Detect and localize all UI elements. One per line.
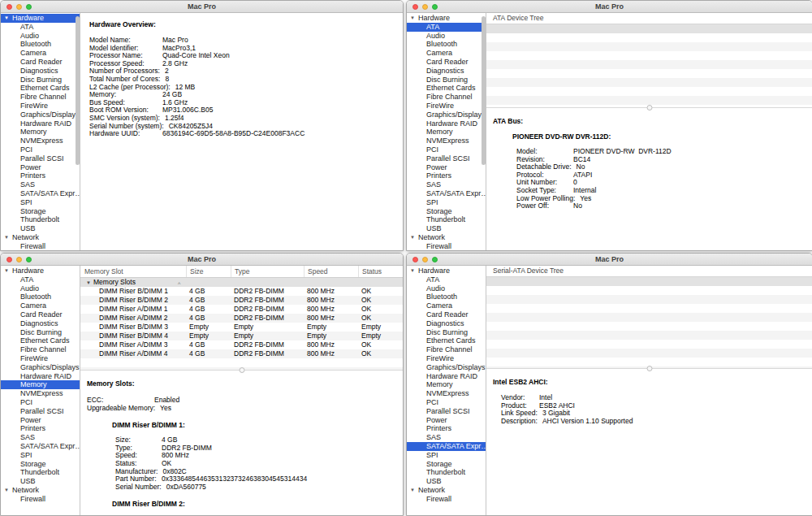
table-row[interactable]: DIMM Riser A/DIMM 2 4 GB DDR2 FB-DIMM 80… (80, 314, 403, 323)
sidebar-item[interactable]: ▼Audio (407, 32, 486, 41)
sidebar-item[interactable]: ▼SPI (1, 198, 80, 207)
splitter-handle-icon[interactable] (646, 105, 652, 111)
sidebar-item[interactable]: ▼Hardware (1, 14, 80, 23)
sidebar-item[interactable]: ▼Camera (407, 49, 486, 58)
disclosure-triangle-icon[interactable]: ▼ (410, 14, 418, 23)
sidebar-item[interactable]: ▼SAS (407, 180, 486, 189)
sidebar-item[interactable]: ▼Disc Burning (1, 328, 80, 337)
sidebar-item[interactable]: ▼Network (407, 233, 486, 242)
sidebar-item[interactable]: ▼Printers (1, 171, 80, 180)
sidebar-item[interactable]: ▼SAS (407, 433, 486, 442)
sidebar-item[interactable]: ▼FireWire (407, 354, 486, 363)
sidebar-item[interactable]: ▼USB (407, 224, 486, 233)
sidebar-item[interactable]: ▼FireWire (1, 354, 80, 363)
sidebar-item[interactable]: ▼Graphics/Displays (407, 111, 486, 119)
titlebar[interactable]: Mac Pro (1, 254, 403, 266)
sidebar-item[interactable]: ▼Hardware (1, 267, 80, 275)
sidebar-item[interactable]: ▼ATA (407, 23, 486, 32)
column-header[interactable]: Speed (304, 266, 358, 277)
tree-row[interactable]: ▼Intel ESB2 AHCI (486, 277, 812, 286)
sidebar-item[interactable]: ▼Storage (407, 460, 486, 469)
sidebar-item[interactable]: ▼Fibre Channel (1, 93, 80, 102)
sidebar-item[interactable]: ▼ATA (1, 23, 80, 32)
sidebar-item[interactable]: ▼SPI (407, 451, 486, 460)
sidebar-item[interactable]: ▼Fibre Channel (407, 345, 486, 354)
sidebar-item[interactable]: ▼Printers (1, 424, 80, 433)
sidebar-item[interactable]: ▼Network (407, 486, 486, 495)
splitter-handle-icon[interactable] (646, 366, 652, 371)
close-button-icon[interactable] (412, 257, 418, 262)
table-row[interactable]: DIMM Riser B/DIMM 1 4 GB DDR2 FB-DIMM 80… (80, 287, 403, 296)
sidebar-item[interactable]: ▼Memory (1, 380, 80, 389)
sidebar-item[interactable]: ▼PCI (407, 145, 486, 154)
sidebar-item[interactable]: ▼Camera (407, 301, 486, 310)
sidebar-item[interactable]: ▼USB (1, 224, 80, 233)
sidebar-scrollbar[interactable] (76, 16, 80, 165)
memory-slots-group-row[interactable]: ▼Memory Slots (80, 278, 403, 287)
table-row[interactable]: DIMM Riser B/DIMM 2 4 GB DDR2 FB-DIMM 80… (80, 296, 403, 305)
tree-row[interactable]: ▼Intel ESB2 AHCI (486, 331, 812, 340)
sidebar-item[interactable]: ▼Audio (407, 284, 486, 293)
disclosure-triangle-icon[interactable]: ▼ (4, 486, 12, 495)
sidebar-item[interactable]: ▼FireWire (407, 102, 486, 111)
sidebar-item[interactable]: ▼Thunderbolt (407, 215, 486, 224)
close-button-icon[interactable] (6, 257, 12, 262)
sidebar-item[interactable]: ▼USB (1, 477, 80, 486)
sidebar-item[interactable]: ▼Storage (1, 207, 80, 216)
disclosure-triangle-icon[interactable]: ▼ (410, 267, 418, 275)
sidebar-item[interactable]: ▼SATA/SATA Expr… (407, 442, 486, 451)
zoom-button-icon[interactable] (26, 257, 32, 262)
table-row[interactable]: DIMM Riser A/DIMM 3 4 GB DDR2 FB-DIMM 80… (80, 340, 403, 349)
tree-row[interactable]: ▼PIONEER DVD-RW DVR-112D (486, 33, 812, 42)
sidebar-item[interactable]: ▼Diagnostics (407, 67, 486, 76)
sidebar-item[interactable]: ▼Hardware RAID (1, 372, 80, 381)
sidebar-item[interactable]: ▼Camera (1, 49, 80, 58)
sidebar-item[interactable]: ▼Audio (1, 284, 80, 293)
sidebar-item[interactable]: ▼Disc Burning (407, 328, 486, 337)
titlebar[interactable]: Mac Pro (1, 1, 403, 13)
sidebar-item[interactable]: ▼Power (407, 416, 486, 425)
sidebar-item[interactable]: ▼Storage (1, 460, 80, 469)
sidebar-item[interactable]: ▼Thunderbolt (407, 468, 486, 477)
sidebar-item[interactable]: ▼USB (407, 477, 486, 486)
sidebar-item[interactable]: ▼Thunderbolt (1, 215, 80, 224)
disclosure-triangle-icon[interactable]: ▼ (410, 233, 418, 242)
sidebar-item[interactable]: ▼Bluetooth (1, 40, 80, 49)
sidebar-item[interactable]: ▼Disc Burning (1, 76, 80, 85)
sidebar-item[interactable]: ▼Hardware (407, 14, 486, 23)
table-row[interactable]: DIMM Riser A/DIMM 4 4 GB DDR2 FB-DIMM 80… (80, 349, 403, 358)
sidebar-item[interactable]: ▼Parallel SCSI (1, 407, 80, 416)
disclosure-triangle-icon[interactable]: ▼ (4, 267, 12, 275)
sidebar-item[interactable]: ▼Ethernet Cards (407, 84, 486, 93)
table-row[interactable]: DIMM Riser A/DIMM 1 4 GB DDR2 FB-DIMM 80… (80, 305, 403, 314)
tree-row[interactable]: ▼Intel ESB2 AHCI (486, 322, 812, 331)
device-tree-title[interactable]: Serial-ATA Device Tree (486, 266, 812, 277)
column-header[interactable]: Size (186, 266, 231, 277)
sidebar-item[interactable]: ▼Fibre Channel (407, 93, 486, 102)
sidebar-item[interactable]: ▼SATA/SATA Expr… (1, 189, 80, 198)
sidebar-item[interactable]: ▼Firewall (1, 495, 80, 504)
sidebar-item[interactable]: ▼NVMExpress (1, 137, 80, 145)
sort-ascending-icon[interactable]: ^ (178, 279, 180, 290)
table-row[interactable]: DIMM Riser B/DIMM 4 Empty Empty Empty Em… (80, 332, 403, 340)
sidebar-item[interactable]: ▼Parallel SCSI (1, 154, 80, 163)
sidebar-item[interactable]: ▼Firewall (407, 242, 486, 250)
sidebar-item[interactable]: ▼FireWire (1, 102, 80, 111)
sidebar-item[interactable]: ▼Card Reader (407, 58, 486, 67)
sidebar-item[interactable]: ▼NVMExpress (1, 389, 80, 398)
sidebar-item[interactable]: ▼Power (1, 163, 80, 172)
sidebar-item[interactable]: ▼Firewall (1, 242, 80, 250)
sidebar-item[interactable]: ▼Hardware RAID (1, 119, 80, 128)
sidebar-item[interactable]: ▼SAS (1, 180, 80, 189)
close-button-icon[interactable] (412, 4, 418, 10)
minimize-button-icon[interactable] (422, 257, 428, 262)
sidebar-item[interactable]: ▼Parallel SCSI (407, 407, 486, 416)
pane-splitter[interactable] (80, 370, 403, 375)
sidebar-item[interactable]: ▼SATA/SATA Expr… (407, 189, 486, 198)
sidebar-item[interactable]: ▼Disc Burning (407, 76, 486, 85)
pane-splitter[interactable] (486, 107, 812, 112)
sidebar-item[interactable]: ▼Card Reader (1, 58, 80, 67)
table-row[interactable]: DIMM Riser B/DIMM 3 Empty Empty Empty Em… (80, 323, 403, 332)
sidebar-item[interactable]: ▼Bluetooth (1, 293, 80, 301)
disclosure-triangle-icon[interactable]: ▼ (410, 486, 418, 495)
